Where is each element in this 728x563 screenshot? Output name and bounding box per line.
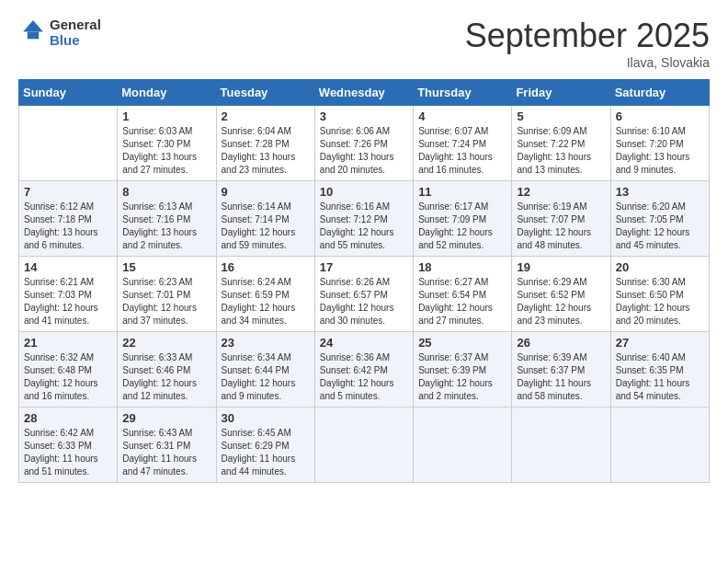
day-info: Sunrise: 6:43 AMSunset: 6:31 PMDaylight:… [122,427,210,478]
day-number: 24 [320,336,408,350]
calendar-cell: 12Sunrise: 6:19 AMSunset: 7:07 PMDayligh… [512,181,610,257]
day-number: 7 [24,185,112,199]
day-info: Sunrise: 6:33 AMSunset: 6:46 PMDaylight:… [122,351,210,403]
day-info: Sunrise: 6:29 AMSunset: 6:52 PMDaylight:… [517,276,605,327]
location-subtitle: Ilava, Slovakia [465,55,710,70]
calendar-week-row: 14Sunrise: 6:21 AMSunset: 7:03 PMDayligh… [19,257,710,332]
day-number: 12 [517,185,605,199]
day-info: Sunrise: 6:34 AMSunset: 6:44 PMDaylight:… [222,351,310,403]
day-number: 19 [517,260,605,274]
calendar-cell: 14Sunrise: 6:21 AMSunset: 7:03 PMDayligh… [19,257,118,332]
weekday-header-sunday: Sunday [19,80,118,106]
day-info: Sunrise: 6:14 AMSunset: 7:14 PMDaylight:… [222,201,310,252]
day-info: Sunrise: 6:23 AMSunset: 7:01 PMDaylight:… [122,276,210,327]
day-number: 23 [222,336,310,350]
calendar-week-row: 21Sunrise: 6:32 AMSunset: 6:48 PMDayligh… [19,332,710,408]
calendar-cell: 24Sunrise: 6:36 AMSunset: 6:42 PMDayligh… [314,332,413,408]
day-info: Sunrise: 6:27 AMSunset: 6:54 PMDaylight:… [418,276,506,327]
calendar-cell: 2Sunrise: 6:04 AMSunset: 7:28 PMDaylight… [216,106,314,181]
calendar-cell: 9Sunrise: 6:14 AMSunset: 7:14 PMDaylight… [216,181,314,257]
weekday-header-monday: Monday [118,80,216,106]
day-info: Sunrise: 6:24 AMSunset: 6:59 PMDaylight:… [222,276,310,327]
day-number: 6 [616,109,704,123]
day-info: Sunrise: 6:10 AMSunset: 7:20 PMDaylight:… [616,125,704,177]
calendar-cell: 29Sunrise: 6:43 AMSunset: 6:31 PMDayligh… [118,408,216,483]
calendar-cell [512,408,610,483]
day-number: 13 [616,185,704,199]
day-number: 3 [320,109,408,123]
day-number: 15 [122,260,210,274]
day-info: Sunrise: 6:39 AMSunset: 6:37 PMDaylight:… [517,351,605,403]
calendar-week-row: 7Sunrise: 6:12 AMSunset: 7:18 PMDaylight… [19,181,710,257]
day-info: Sunrise: 6:17 AMSunset: 7:09 PMDaylight:… [418,201,506,252]
day-number: 1 [122,109,210,123]
day-number: 26 [517,336,605,350]
calendar-cell: 23Sunrise: 6:34 AMSunset: 6:44 PMDayligh… [216,332,314,408]
day-number: 27 [616,336,704,350]
calendar-cell [19,106,118,181]
day-number: 28 [24,411,112,425]
calendar-cell: 8Sunrise: 6:13 AMSunset: 7:16 PMDaylight… [118,181,216,257]
day-info: Sunrise: 6:32 AMSunset: 6:48 PMDaylight:… [24,351,112,403]
logo-general: General [50,17,101,32]
calendar-cell: 25Sunrise: 6:37 AMSunset: 6:39 PMDayligh… [414,332,512,408]
calendar-cell: 30Sunrise: 6:45 AMSunset: 6:29 PMDayligh… [216,408,314,483]
day-info: Sunrise: 6:07 AMSunset: 7:24 PMDaylight:… [418,125,506,177]
day-number: 21 [24,336,112,350]
calendar-cell: 18Sunrise: 6:27 AMSunset: 6:54 PMDayligh… [414,257,512,332]
day-info: Sunrise: 6:06 AMSunset: 7:26 PMDaylight:… [320,125,408,177]
day-number: 25 [418,336,506,350]
calendar-cell: 26Sunrise: 6:39 AMSunset: 6:37 PMDayligh… [512,332,610,408]
day-info: Sunrise: 6:30 AMSunset: 6:50 PMDaylight:… [616,276,704,327]
month-title: September 2025 [465,17,710,55]
day-info: Sunrise: 6:03 AMSunset: 7:30 PMDaylight:… [122,125,210,177]
calendar-cell [610,408,709,483]
calendar-cell: 11Sunrise: 6:17 AMSunset: 7:09 PMDayligh… [414,181,512,257]
logo-blue: Blue [50,32,101,48]
calendar-header-row: SundayMondayTuesdayWednesdayThursdayFrid… [19,80,710,106]
day-number: 4 [418,109,506,123]
calendar-cell: 28Sunrise: 6:42 AMSunset: 6:33 PMDayligh… [19,408,118,483]
day-number: 22 [122,336,210,350]
day-number: 14 [24,260,112,274]
day-info: Sunrise: 6:36 AMSunset: 6:42 PMDaylight:… [320,351,408,403]
calendar-cell: 17Sunrise: 6:26 AMSunset: 6:57 PMDayligh… [314,257,413,332]
weekday-header-friday: Friday [512,80,610,106]
weekday-header-wednesday: Wednesday [314,80,413,106]
calendar-cell [314,408,413,483]
day-info: Sunrise: 6:21 AMSunset: 7:03 PMDaylight:… [24,276,112,327]
day-info: Sunrise: 6:13 AMSunset: 7:16 PMDaylight:… [122,201,210,252]
day-info: Sunrise: 6:37 AMSunset: 6:39 PMDaylight:… [418,351,506,403]
calendar-cell: 19Sunrise: 6:29 AMSunset: 6:52 PMDayligh… [512,257,610,332]
day-number: 20 [616,260,704,274]
calendar-cell: 22Sunrise: 6:33 AMSunset: 6:46 PMDayligh… [118,332,216,408]
calendar-cell: 10Sunrise: 6:16 AMSunset: 7:12 PMDayligh… [314,181,413,257]
day-number: 5 [517,109,605,123]
calendar-cell: 1Sunrise: 6:03 AMSunset: 7:30 PMDaylight… [118,106,216,181]
day-number: 30 [222,411,310,425]
day-info: Sunrise: 6:20 AMSunset: 7:05 PMDaylight:… [616,201,704,252]
day-number: 16 [222,260,310,274]
logo-icon [20,17,46,43]
calendar-cell: 15Sunrise: 6:23 AMSunset: 7:01 PMDayligh… [118,257,216,332]
calendar-cell: 3Sunrise: 6:06 AMSunset: 7:26 PMDaylight… [314,106,413,181]
day-info: Sunrise: 6:42 AMSunset: 6:33 PMDaylight:… [24,427,112,478]
calendar-week-row: 28Sunrise: 6:42 AMSunset: 6:33 PMDayligh… [19,408,710,483]
day-number: 18 [418,260,506,274]
day-number: 17 [320,260,408,274]
calendar-cell [414,408,512,483]
calendar-cell: 4Sunrise: 6:07 AMSunset: 7:24 PMDaylight… [414,106,512,181]
page: General Blue September 2025 Ilava, Slova… [0,0,728,563]
calendar-week-row: 1Sunrise: 6:03 AMSunset: 7:30 PMDaylight… [19,106,710,181]
day-number: 10 [320,185,408,199]
title-area: September 2025 Ilava, Slovakia [465,17,710,70]
day-info: Sunrise: 6:45 AMSunset: 6:29 PMDaylight:… [222,427,310,478]
day-info: Sunrise: 6:09 AMSunset: 7:22 PMDaylight:… [517,125,605,177]
calendar-cell: 13Sunrise: 6:20 AMSunset: 7:05 PMDayligh… [610,181,709,257]
calendar-cell: 27Sunrise: 6:40 AMSunset: 6:35 PMDayligh… [610,332,709,408]
logo: General Blue [18,17,101,48]
svg-marker-0 [23,20,43,31]
calendar-cell: 16Sunrise: 6:24 AMSunset: 6:59 PMDayligh… [216,257,314,332]
day-number: 29 [122,411,210,425]
calendar-cell: 21Sunrise: 6:32 AMSunset: 6:48 PMDayligh… [19,332,118,408]
